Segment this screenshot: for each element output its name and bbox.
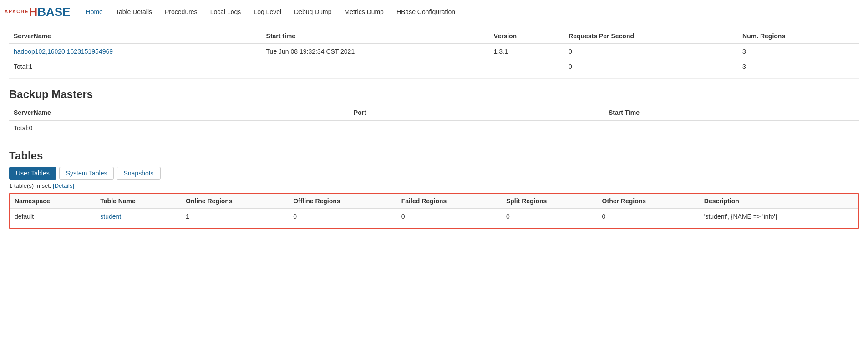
table-other-regions: 0 [598, 209, 700, 224]
masters-total-label: Total:1 [9, 59, 262, 74]
col-failed-regions: Failed Regions [397, 194, 502, 209]
col-online-regions: Online Regions [181, 194, 289, 209]
col-offline-regions: Offline Regions [289, 194, 397, 209]
backup-masters-total-label: Total:0 [9, 120, 349, 135]
user-table-row-1: default student 1 0 0 0 0 'student', {NA… [10, 209, 858, 224]
col-version: Version [489, 29, 564, 44]
master-row-1: hadoop102,16020,1623151954969 Tue Jun 08… [9, 44, 859, 59]
logo-base: BASE [37, 5, 70, 19]
divider-1 [9, 78, 859, 79]
col-other-regions: Other Regions [598, 194, 700, 209]
nav-local-logs[interactable]: Local Logs [204, 0, 248, 24]
table-split-regions: 0 [502, 209, 598, 224]
col-server-name: ServerName [9, 29, 262, 44]
user-tables-table: Namespace Table Name Online Regions Offl… [10, 194, 858, 224]
navbar: APACHE HBASE Home Table Details Procedur… [0, 0, 868, 24]
logo-h: H [29, 5, 37, 19]
masters-header-row: ServerName Start time Version Requests P… [9, 29, 859, 44]
backup-col-port: Port [349, 105, 604, 120]
master-server-name: hadoop102,16020,1623151954969 [9, 44, 262, 59]
backup-total-empty-1 [349, 120, 604, 135]
nav-home[interactable]: Home [80, 0, 109, 24]
masters-total-empty-1 [262, 59, 489, 74]
masters-table: ServerName Start time Version Requests P… [9, 29, 859, 74]
table-description: 'student', {NAME => 'info'} [700, 209, 858, 224]
nav-debug-dump[interactable]: Debug Dump [288, 0, 338, 24]
tables-tabs-bar: User Tables System Tables Snapshots [9, 167, 859, 180]
logo: APACHE HBASE [5, 2, 71, 21]
tables-section-title: Tables [9, 149, 859, 162]
tables-info-text: 1 table(s) in set. [Details] [9, 182, 859, 189]
table-namespace: default [10, 209, 96, 224]
master-start-time: Tue Jun 08 19:32:34 CST 2021 [262, 44, 489, 59]
tab-system-tables[interactable]: System Tables [59, 167, 114, 180]
logo-apache-text: APACHE [5, 10, 29, 14]
nav-procedures[interactable]: Procedures [158, 0, 204, 24]
masters-total-requests: 0 [564, 59, 738, 74]
masters-total-regions: 3 [738, 59, 859, 74]
tables-details-link[interactable]: [Details] [53, 182, 74, 189]
nav-links: Home Table Details Procedures Local Logs… [80, 0, 462, 24]
nav-metrics-dump[interactable]: Metrics Dump [338, 0, 390, 24]
nav-log-level[interactable]: Log Level [247, 0, 288, 24]
backup-col-server-name: ServerName [9, 105, 349, 120]
master-version: 1.3.1 [489, 44, 564, 59]
col-description: Description [700, 194, 858, 209]
nav-hbase-config[interactable]: HBase Configuration [390, 0, 462, 24]
master-server-link[interactable]: hadoop102,16020,1623151954969 [14, 48, 113, 55]
logo-hbase-text: HBASE [29, 6, 70, 18]
table-failed-regions: 0 [397, 209, 502, 224]
backup-col-start-time: Start Time [604, 105, 859, 120]
col-namespace: Namespace [10, 194, 96, 209]
col-num-regions: Num. Regions [738, 29, 859, 44]
table-name: student [96, 209, 181, 224]
backup-masters-header-row: ServerName Port Start Time [9, 105, 859, 120]
nav-table-details[interactable]: Table Details [109, 0, 158, 24]
user-tables-container: Namespace Table Name Online Regions Offl… [9, 193, 859, 229]
col-start-time: Start time [262, 29, 489, 44]
table-name-link[interactable]: student [100, 213, 121, 220]
col-requests-per-second: Requests Per Second [564, 29, 738, 44]
backup-masters-title: Backup Masters [9, 88, 859, 101]
backup-masters-table: ServerName Port Start Time Total:0 [9, 105, 859, 135]
table-offline-regions: 0 [289, 209, 397, 224]
backup-total-empty-2 [604, 120, 859, 135]
user-tables-header-row: Namespace Table Name Online Regions Offl… [10, 194, 858, 209]
tab-user-tables[interactable]: User Tables [9, 167, 56, 180]
table-online-regions: 1 [181, 209, 289, 224]
main-content: ServerName Start time Version Requests P… [0, 24, 868, 238]
col-split-regions: Split Regions [502, 194, 598, 209]
col-table-name: Table Name [96, 194, 181, 209]
tab-snapshots[interactable]: Snapshots [117, 167, 160, 180]
masters-total-empty-2 [489, 59, 564, 74]
master-requests-per-second: 0 [564, 44, 738, 59]
backup-masters-total-row: Total:0 [9, 120, 859, 135]
divider-2 [9, 140, 859, 140]
masters-total-row: Total:1 0 3 [9, 59, 859, 74]
master-num-regions: 3 [738, 44, 859, 59]
